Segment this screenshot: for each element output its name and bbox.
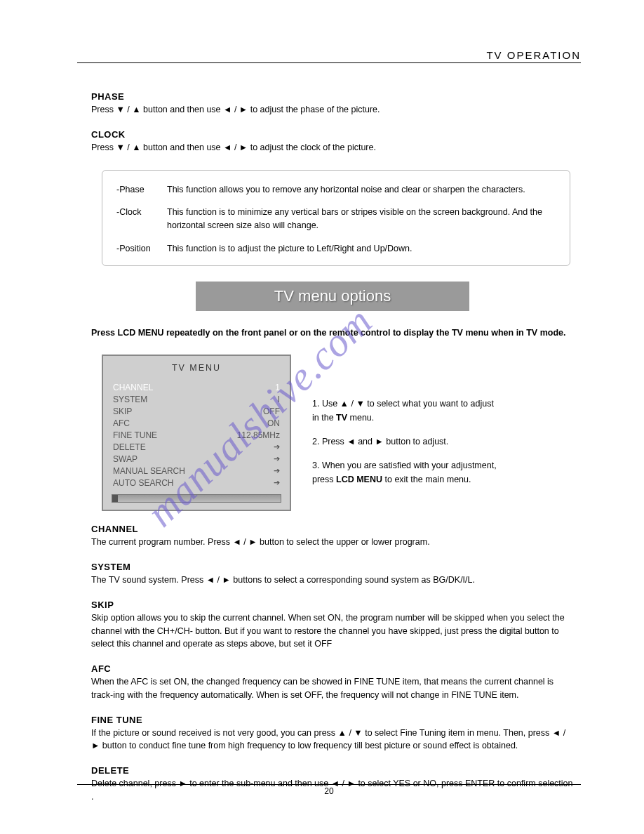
skip-title: SKIP bbox=[91, 600, 574, 610]
def-phase: -Phase This function allows you to remov… bbox=[116, 183, 556, 197]
intro-text: Press LCD MENU repeatedly on the front p… bbox=[91, 326, 574, 340]
tv-item-value: 112.85MHz bbox=[237, 430, 280, 440]
tv-item-value: OFF bbox=[263, 406, 280, 416]
step-3: 3. When you are satisfied with your adju… bbox=[312, 458, 497, 486]
def-phase-label: -Phase bbox=[116, 183, 167, 197]
tv-menu-item: SKIPOFF bbox=[103, 405, 290, 417]
tv-menu-item: AUTO SEARCH➔ bbox=[103, 477, 290, 489]
step-1: 1. Use ▲ / ▼ to select what you want to … bbox=[312, 397, 497, 425]
tv-menu-item: DELETE➔ bbox=[103, 441, 290, 453]
tv-item-value: ➔ bbox=[274, 442, 280, 452]
finetune-title: FINE TUNE bbox=[91, 715, 574, 725]
tv-item-value: ➔ bbox=[274, 478, 280, 488]
tv-menu-item: CHANNEL1 bbox=[103, 381, 290, 393]
step-2: 2. Press ◄ and ► button to adjust. bbox=[312, 435, 497, 449]
clock-title: CLOCK bbox=[91, 129, 574, 140]
tv-menu-item: SYSTEMI bbox=[103, 393, 290, 405]
tv-item-value: I bbox=[278, 395, 280, 404]
tv-item-label: SWAP bbox=[113, 454, 137, 464]
tv-item-label: FINE TUNE bbox=[113, 430, 157, 440]
tv-menu-item: AFCON bbox=[103, 417, 290, 429]
tv-item-label: MANUAL SEARCH bbox=[113, 466, 185, 476]
def-position: -Position This function is to adjust the… bbox=[116, 242, 556, 256]
tv-menu-title: TV MENU bbox=[103, 363, 290, 373]
page-number: 20 bbox=[324, 786, 333, 796]
tv-item-label: SKIP bbox=[113, 406, 132, 416]
def-clock: -Clock This function is to minimize any … bbox=[116, 206, 556, 232]
tv-item-label: AUTO SEARCH bbox=[113, 478, 173, 488]
def-clock-label: -Clock bbox=[116, 206, 167, 232]
tv-menu-panel: TV MENU CHANNEL1SYSTEMISKIPOFFAFCONFINE … bbox=[102, 355, 291, 511]
tv-menu-slider bbox=[112, 494, 281, 503]
channel-title: CHANNEL bbox=[91, 524, 574, 534]
phase-body: Press ▼ / ▲ button and then use ◄ / ► to… bbox=[91, 103, 574, 117]
tv-menu-item: SWAP➔ bbox=[103, 453, 290, 465]
phase-title: PHASE bbox=[91, 91, 574, 102]
system-title: SYSTEM bbox=[91, 562, 574, 572]
tv-item-label: AFC bbox=[113, 418, 130, 428]
page-footer: 20 bbox=[77, 784, 581, 796]
tv-item-value: ➔ bbox=[274, 454, 280, 464]
afc-body: When the AFC is set ON, the changed freq… bbox=[91, 675, 574, 702]
tv-item-value: ➔ bbox=[274, 466, 280, 476]
afc-title: AFC bbox=[91, 663, 574, 674]
system-body: The TV sound system. Press ◄ / ► buttons… bbox=[91, 574, 574, 587]
tv-item-value: ON bbox=[267, 418, 280, 428]
tv-item-label: DELETE bbox=[113, 442, 146, 452]
finetune-body: If the picture or sound received is not … bbox=[91, 727, 574, 753]
instruction-steps: 1. Use ▲ / ▼ to select what you want to … bbox=[312, 355, 497, 496]
tv-item-label: CHANNEL bbox=[113, 383, 153, 392]
header-title: TV OPERATION bbox=[486, 49, 581, 61]
def-phase-text: This function allows you to remove any h… bbox=[167, 183, 525, 197]
section-banner: TV menu options bbox=[196, 282, 469, 311]
clock-body: Press ▼ / ▲ button and then use ◄ / ► to… bbox=[91, 141, 574, 154]
tv-menu-item: MANUAL SEARCH➔ bbox=[103, 465, 290, 477]
tv-item-value: 1 bbox=[275, 383, 280, 392]
skip-body: Skip option allows you to skip the curre… bbox=[91, 611, 574, 651]
def-position-label: -Position bbox=[116, 242, 167, 256]
tv-menu-item: FINE TUNE112.85MHz bbox=[103, 429, 290, 441]
page-header: TV OPERATION bbox=[77, 49, 581, 63]
def-clock-text: This function is to minimize any vertica… bbox=[167, 206, 556, 232]
delete-title: DELETE bbox=[91, 765, 574, 776]
definitions-box: -Phase This function allows you to remov… bbox=[102, 170, 570, 266]
def-position-text: This function is to adjust the picture t… bbox=[167, 242, 412, 256]
tv-item-label: SYSTEM bbox=[113, 395, 147, 404]
tv-menu-row: TV MENU CHANNEL1SYSTEMISKIPOFFAFCONFINE … bbox=[102, 355, 574, 511]
channel-body: The current program number. Press ◄ / ► … bbox=[91, 536, 574, 549]
